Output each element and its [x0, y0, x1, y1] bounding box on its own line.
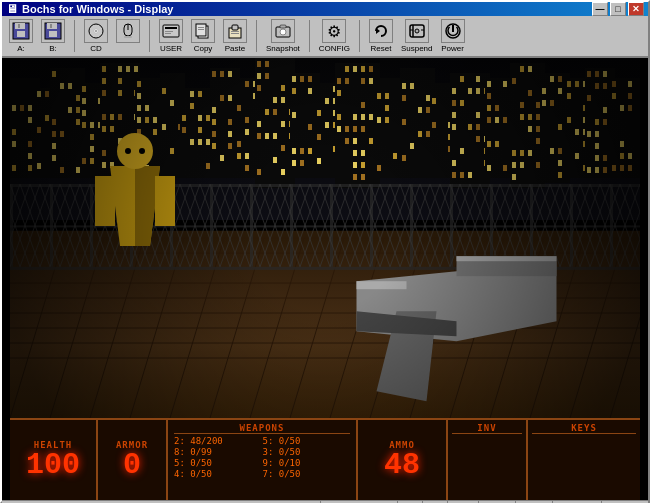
- cdrom-icon: [84, 19, 108, 43]
- floppy-a-button[interactable]: A:: [6, 17, 36, 55]
- svg-rect-28: [280, 25, 286, 28]
- svg-rect-20: [198, 27, 204, 28]
- power-icon: [441, 19, 465, 43]
- paste-icon: [223, 19, 247, 43]
- svg-rect-17: [165, 33, 171, 34]
- cdrom-button[interactable]: CD: [81, 17, 111, 55]
- svg-rect-2: [17, 31, 25, 37]
- svg-rect-13: [124, 36, 132, 38]
- svg-rect-16: [165, 31, 173, 32]
- paste-button[interactable]: Paste: [220, 17, 250, 55]
- toolbar-sep-3: [256, 20, 257, 52]
- window-icon: 🖥: [6, 2, 18, 16]
- mouse-icon: [116, 19, 140, 43]
- power-label: Power: [441, 44, 464, 53]
- weapons-label: WEAPONS: [174, 423, 350, 434]
- inv-section: INV: [448, 420, 528, 500]
- svg-point-10: [95, 30, 97, 32]
- reset-icon: [369, 19, 393, 43]
- power-button[interactable]: Power: [438, 17, 468, 55]
- toolbar-sep-4: [309, 20, 310, 52]
- suspend-icon: [405, 19, 429, 43]
- weapon-slot-2: 5: 0/50: [263, 436, 351, 446]
- mouse-button[interactable]: [113, 17, 143, 55]
- reset-button[interactable]: Reset: [366, 17, 396, 55]
- weapon-slot-7: 4: 0/50: [174, 469, 262, 479]
- keys-label: KEYS: [532, 423, 636, 434]
- svg-rect-7: [50, 24, 52, 28]
- weapon-slot-5: 5: 0/50: [174, 458, 262, 468]
- copy-icon: [191, 19, 215, 43]
- hud-bar: HEALTH 100 ARMOR 0 WEAPONS 2: 48/200 5: …: [10, 418, 640, 500]
- toolbar: A: B:: [2, 16, 648, 58]
- svg-rect-21: [198, 29, 204, 30]
- weapon-slot-6: 9: 0/10: [263, 458, 351, 468]
- weapon-slot-4: 3: 0/50: [263, 447, 351, 457]
- config-label: CONFIG: [319, 44, 350, 53]
- ammo-section: AMMO 48: [358, 420, 448, 500]
- user-label: USER: [160, 44, 182, 53]
- keys-section: KEYS: [528, 420, 640, 500]
- armor-section: ARMOR 0: [98, 420, 168, 500]
- suspend-button[interactable]: Suspend: [398, 17, 436, 55]
- mouse-label: [127, 44, 129, 53]
- title-bar: 🖥 Bochs for Windows - Display — □ ✕: [2, 2, 648, 16]
- toolbar-sep-2: [149, 20, 150, 52]
- ammo-value: 48: [384, 450, 420, 480]
- svg-marker-29: [376, 28, 380, 34]
- toolbar-sep-5: [359, 20, 360, 52]
- user-button[interactable]: USER: [156, 17, 186, 55]
- snapshot-button[interactable]: Snapshot: [263, 17, 303, 55]
- floppy-a-label: A:: [17, 44, 25, 53]
- config-icon: ⚙: [322, 19, 346, 43]
- paste-label: Paste: [225, 44, 245, 53]
- svg-rect-25: [231, 33, 239, 34]
- game-screen: [10, 58, 640, 418]
- cdrom-label: CD: [90, 44, 102, 53]
- weapons-section: WEAPONS 2: 48/200 5: 0/50 8: 0/99 3: 0/5…: [168, 420, 358, 500]
- svg-rect-15: [165, 27, 177, 29]
- health-value: 100: [26, 450, 80, 480]
- svg-point-31: [415, 29, 419, 33]
- floppy-b-icon: [41, 19, 65, 43]
- svg-rect-3: [18, 24, 20, 28]
- window-title: Bochs for Windows - Display: [22, 3, 173, 15]
- floppy-b-button[interactable]: B:: [38, 17, 68, 55]
- snapshot-label: Snapshot: [266, 44, 300, 53]
- armor-value: 0: [123, 450, 141, 480]
- floppy-a-icon: [9, 19, 33, 43]
- maximize-button[interactable]: □: [610, 2, 626, 16]
- snapshot-icon: [271, 19, 295, 43]
- health-section: HEALTH 100: [10, 420, 98, 500]
- svg-point-27: [280, 29, 286, 35]
- copy-label: Copy: [194, 44, 213, 53]
- suspend-label: Suspend: [401, 44, 433, 53]
- minimize-button[interactable]: —: [592, 2, 608, 16]
- config-button[interactable]: ⚙ CONFIG: [316, 17, 353, 55]
- svg-rect-23: [232, 25, 238, 30]
- reset-label: Reset: [370, 44, 391, 53]
- toolbar-sep-1: [74, 20, 75, 52]
- floppy-b-label: B:: [49, 44, 57, 53]
- close-button[interactable]: ✕: [628, 2, 644, 16]
- inv-label: INV: [452, 423, 522, 434]
- weapon-slot-1: 2: 48/200: [174, 436, 262, 446]
- weapon-slot-3: 8: 0/99: [174, 447, 262, 457]
- svg-rect-24: [231, 31, 239, 32]
- copy-button[interactable]: Copy: [188, 17, 218, 55]
- weapon-slot-8: 7: 0/50: [263, 469, 351, 479]
- svg-rect-6: [49, 31, 57, 37]
- user-icon: [159, 19, 183, 43]
